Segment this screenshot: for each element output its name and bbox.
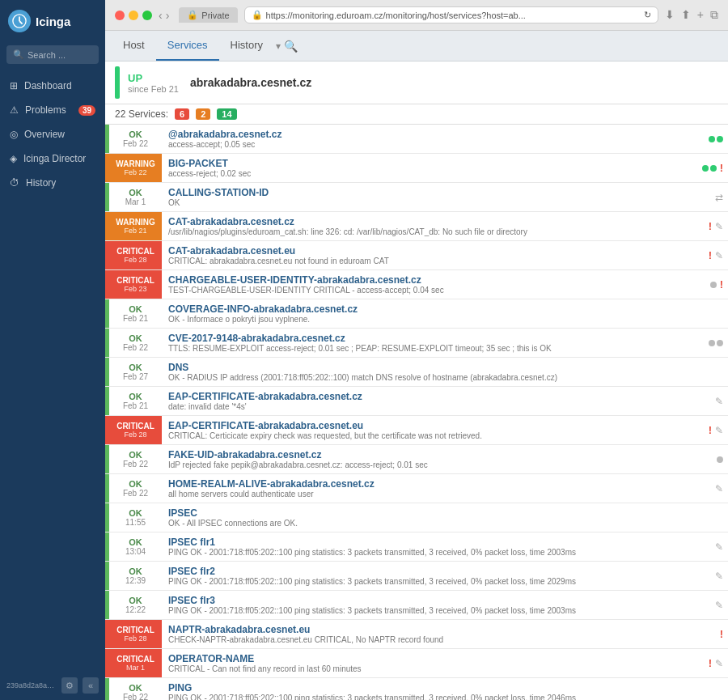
- sidebar-item-label: Dashboard: [24, 80, 72, 91]
- table-row[interactable]: CRITICALFeb 28NAPTR-abrakadabra.cesnet.e…: [105, 620, 728, 649]
- service-name[interactable]: IPSEC flr2: [168, 566, 681, 577]
- minimize-button[interactable]: [129, 11, 138, 20]
- table-row[interactable]: CRITICALFeb 28EAP-CERTIFICATE-abrakadabr…: [105, 416, 728, 445]
- table-row[interactable]: OK13:04IPSEC flr1PING OK - 2001:718:ff05…: [105, 532, 728, 562]
- service-info: HOME-REALM-ALIVE-abrakadabra.cesnet.czal…: [162, 474, 688, 503]
- table-row[interactable]: WARNINGFeb 22BIG-PACKETaccess-reject; 0.…: [105, 154, 728, 183]
- edit-icon[interactable]: ✎: [715, 425, 723, 436]
- status-dot: [702, 165, 709, 172]
- alert-icon[interactable]: !: [709, 424, 712, 436]
- browser-tab[interactable]: 🔒 Private: [179, 7, 237, 23]
- service-name[interactable]: IPSEC flr1: [168, 537, 681, 548]
- host-status-info: UP since Feb 21: [128, 72, 179, 94]
- service-name[interactable]: PING: [168, 682, 681, 694]
- alert-icon[interactable]: !: [720, 628, 723, 640]
- sidebar-item-dashboard[interactable]: ⊞ Dashboard: [0, 74, 105, 98]
- service-name[interactable]: FAKE-UID-abrakadabra.cesnet.cz: [168, 449, 681, 460]
- windows-icon[interactable]: ⧉: [710, 8, 718, 22]
- sidebar-item-problems[interactable]: ⚠ Problems 39: [0, 98, 105, 122]
- table-row[interactable]: OKFeb 22CVE-2017-9148-abrakadabra.cesnet…: [105, 329, 728, 358]
- table-row[interactable]: OKFeb 22PINGPING OK - 2001:718:ff05:202:…: [105, 678, 728, 700]
- edit-icon[interactable]: ✎: [715, 396, 723, 407]
- service-info: OPERATOR-NAMECRITICAL - Can not find any…: [162, 649, 688, 677]
- table-row[interactable]: CRITICALFeb 23CHARGEABLE-USER-IDENTITY-a…: [105, 270, 728, 299]
- service-name[interactable]: EAP-CERTIFICATE-abrakadabra.cesnet.cz: [168, 391, 681, 402]
- table-row[interactable]: WARNINGFeb 21CAT-abrakadabra.cesnet.cz/u…: [105, 212, 728, 241]
- status-date: Feb 28: [124, 256, 146, 264]
- service-name[interactable]: EAP-CERTIFICATE-abrakadabra.cesnet.eu: [168, 420, 681, 431]
- table-row[interactable]: CRITICALFeb 28CAT-abrakadabra.cesnet.euC…: [105, 241, 728, 270]
- status-dots: [710, 282, 717, 288]
- service-name[interactable]: IPSEC flr3: [168, 595, 681, 606]
- edit-icon[interactable]: ✎: [715, 658, 723, 669]
- table-row[interactable]: CRITICALMar 1OPERATOR-NAMECRITICAL - Can…: [105, 649, 728, 678]
- table-row[interactable]: OK12:39IPSEC flr2PING OK - 2001:718:ff05…: [105, 562, 728, 591]
- forward-button[interactable]: ›: [166, 9, 170, 22]
- service-actions: [688, 445, 728, 473]
- alert-icon[interactable]: !: [720, 278, 723, 291]
- service-name[interactable]: @abrakadabra.cesnet.cz: [168, 129, 681, 140]
- shuffle-icon[interactable]: ⇄: [715, 192, 723, 203]
- service-name[interactable]: CVE-2017-9148-abrakadabra.cesnet.cz: [168, 333, 681, 344]
- service-name[interactable]: CALLING-STATION-ID: [168, 187, 681, 198]
- share-icon[interactable]: ⬆: [681, 8, 691, 22]
- sidebar-item-overview[interactable]: ◎ Overview: [0, 122, 105, 146]
- service-detail: CRITICAL - Can not find any record in la…: [168, 664, 681, 673]
- service-name[interactable]: COVERAGE-INFO-abrakadabra.cesnet.cz: [168, 303, 681, 315]
- tab-host[interactable]: Host: [112, 31, 156, 61]
- sidebar-item-icinga-director[interactable]: ◈ Icinga Director: [0, 146, 105, 171]
- table-row[interactable]: OKMar 1CALLING-STATION-IDOK⇄: [105, 183, 728, 212]
- status-cell: OKFeb 22: [109, 329, 162, 357]
- table-row[interactable]: OKFeb 21COVERAGE-INFO-abrakadabra.cesnet…: [105, 299, 728, 329]
- service-name[interactable]: IPSEC: [168, 507, 681, 519]
- table-row[interactable]: OKFeb 22FAKE-UID-abrakadabra.cesnet.czId…: [105, 445, 728, 474]
- tab-history[interactable]: History: [219, 31, 274, 61]
- search-box[interactable]: 🔍 Search ...: [6, 45, 99, 64]
- alert-icon[interactable]: !: [709, 657, 712, 669]
- table-row[interactable]: OK12:22IPSEC flr3PING OK - 2001:718:ff05…: [105, 591, 728, 620]
- url-text: https://monitoring.eduroam.cz/monitoring…: [266, 11, 641, 20]
- service-name[interactable]: BIG-PACKET: [168, 158, 681, 169]
- table-row[interactable]: OKFeb 27DNSOK - RADIUS IP address (2001:…: [105, 358, 728, 387]
- status-cell: OKFeb 21: [109, 299, 162, 328]
- edit-icon[interactable]: ✎: [715, 221, 723, 232]
- maximize-button[interactable]: [142, 11, 152, 20]
- service-name[interactable]: CAT-abrakadabra.cesnet.eu: [168, 245, 681, 257]
- edit-icon[interactable]: ✎: [715, 483, 723, 494]
- service-detail: PING OK - 2001:718:ff05:202::100 ping st…: [168, 606, 681, 615]
- table-row[interactable]: OK11:55IPSECOK - All IPSEC connections a…: [105, 503, 728, 532]
- service-name[interactable]: DNS: [168, 362, 681, 373]
- close-button[interactable]: [115, 11, 125, 20]
- service-actions: ✎: [688, 591, 728, 619]
- edit-icon[interactable]: ✎: [715, 250, 723, 261]
- table-row[interactable]: OKFeb 21EAP-CERTIFICATE-abrakadabra.cesn…: [105, 387, 728, 416]
- service-name[interactable]: CAT-abrakadabra.cesnet.cz: [168, 216, 681, 227]
- alert-icon[interactable]: !: [720, 162, 723, 174]
- service-name[interactable]: CHARGEABLE-USER-IDENTITY-abrakadabra.ces…: [168, 274, 681, 286]
- back-button[interactable]: ‹: [159, 9, 163, 22]
- search-tab-icon[interactable]: 🔍: [284, 40, 298, 53]
- service-name[interactable]: OPERATOR-NAME: [168, 653, 681, 664]
- new-tab-icon[interactable]: +: [697, 8, 704, 22]
- table-row[interactable]: OKFeb 22@abrakadabra.cesnet.czaccess-acc…: [105, 125, 728, 154]
- refresh-icon[interactable]: ↻: [644, 10, 651, 20]
- collapse-button[interactable]: «: [83, 677, 99, 694]
- download-icon[interactable]: ⬇: [665, 8, 675, 22]
- service-info: FAKE-UID-abrakadabra.cesnet.czIdP reject…: [162, 445, 688, 473]
- service-detail: PING OK - 2001:718:ff05:202::100 ping st…: [168, 548, 681, 557]
- settings-button[interactable]: ⚙: [61, 677, 78, 694]
- tab-services[interactable]: Services: [156, 31, 219, 61]
- table-row[interactable]: OKFeb 22HOME-REALM-ALIVE-abrakadabra.ces…: [105, 474, 728, 503]
- edit-icon[interactable]: ✎: [715, 571, 723, 582]
- service-name[interactable]: HOME-REALM-ALIVE-abrakadabra.cesnet.cz: [168, 478, 681, 490]
- edit-icon[interactable]: ✎: [715, 600, 723, 611]
- alert-icon[interactable]: !: [709, 249, 712, 261]
- alert-icon[interactable]: !: [709, 220, 712, 232]
- url-bar[interactable]: 🔒 https://monitoring.eduroam.cz/monitori…: [244, 6, 658, 23]
- service-actions: [688, 678, 728, 700]
- edit-icon[interactable]: ✎: [715, 541, 723, 553]
- service-name[interactable]: NAPTR-abrakadabra.cesnet.eu: [168, 624, 681, 635]
- dropdown-icon[interactable]: ▾: [276, 40, 281, 52]
- status-label: OK: [129, 537, 142, 547]
- sidebar-item-history[interactable]: ⏱ History: [0, 171, 105, 195]
